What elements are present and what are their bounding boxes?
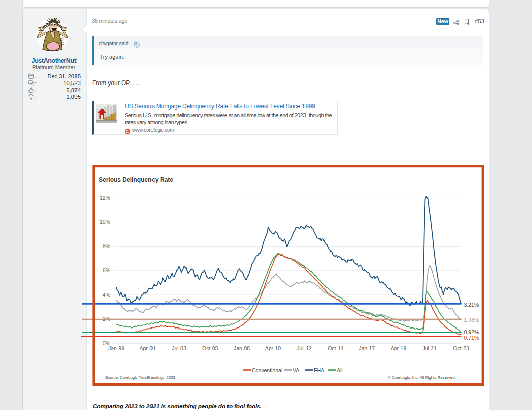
svg-text:4%: 4% <box>103 292 110 298</box>
svg-text:Apr-01: Apr-01 <box>140 345 156 351</box>
svg-text:10%: 10% <box>100 219 110 225</box>
svg-text:1.98%: 1.98% <box>464 317 479 323</box>
svg-text:Jan-08: Jan-08 <box>234 345 250 351</box>
svg-text:8%: 8% <box>103 243 110 249</box>
svg-text:Source: CoreLogic TrueStanding: Source: CoreLogic TrueStandings, 2023 <box>105 375 176 380</box>
svg-text:Jan-17: Jan-17 <box>359 345 375 351</box>
svg-text:Jul-03: Jul-03 <box>172 345 186 351</box>
svg-text:12%: 12% <box>100 195 110 201</box>
svg-text:Jul-12: Jul-12 <box>297 345 312 351</box>
svg-text:VA: VA <box>293 367 299 373</box>
svg-text:Jan-99: Jan-99 <box>108 345 124 351</box>
svg-text:FHA: FHA <box>314 367 324 373</box>
svg-text:3.21%: 3.21% <box>464 302 479 308</box>
svg-text:Oct-23: Oct-23 <box>453 345 469 351</box>
svg-text:Jul-21: Jul-21 <box>422 345 437 351</box>
svg-text:Apr-19: Apr-19 <box>391 345 407 351</box>
svg-text:Conventional: Conventional <box>252 367 282 373</box>
svg-text:0.71%: 0.71% <box>464 335 479 341</box>
svg-text:Oct-05: Oct-05 <box>202 345 218 351</box>
svg-text:Apr-10: Apr-10 <box>265 345 281 351</box>
svg-text:Serious Delinquency Rate: Serious Delinquency Rate <box>99 176 173 183</box>
svg-text:Oct-14: Oct-14 <box>328 345 344 351</box>
svg-text:All: All <box>337 367 343 373</box>
svg-text:© CoreLogic, Inc. All Rights R: © CoreLogic, Inc. All Rights Reserved. <box>388 375 456 380</box>
svg-text:6%: 6% <box>103 267 110 273</box>
